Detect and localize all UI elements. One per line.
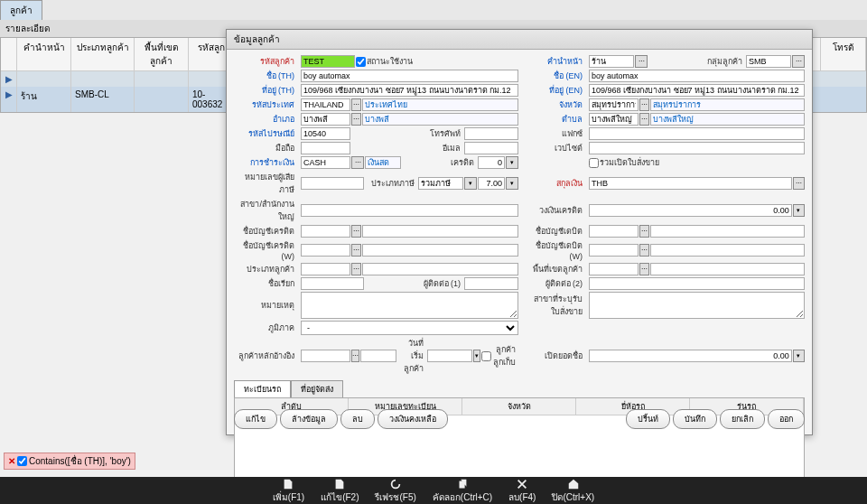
branch-input[interactable] [301,204,518,217]
col-prefix[interactable]: คำนำหน้า [17,38,71,70]
edit-button[interactable]: แก้ไข [234,409,277,429]
district-lookup[interactable]: ⋯ [351,113,361,126]
district-text [362,113,518,126]
status-bar: เพิ่ม(F1) แก้ไข(F2) รีเฟรช(F5) คัดลอก(Ct… [0,477,867,504]
modal-title: ข้อมูลลูกค้า [227,30,812,50]
group-input[interactable] [746,55,791,68]
prefix-lookup[interactable]: ⋯ [635,55,648,68]
subdist-input[interactable] [589,113,639,126]
status-checkbox[interactable] [356,57,366,67]
prefix-input[interactable] [589,55,634,68]
custtype-input[interactable] [301,263,350,275]
taxtype-lookup[interactable]: ▾ [464,177,477,190]
tab-shipping[interactable]: ที่อยู่จัดส่ง [291,380,343,397]
openbalance-input[interactable] [589,350,792,362]
country-lookup[interactable]: ⋯ [351,98,361,111]
tab-registration[interactable]: ทะเบียนรถ [234,380,291,397]
contact1-input[interactable] [464,277,518,290]
status-copy[interactable]: คัดลอก(Ctrl+C) [433,478,492,504]
province-text [650,98,805,111]
walkin-checkbox[interactable] [481,351,491,361]
status-new[interactable]: เพิ่ม(F1) [273,478,304,504]
acc-debit-input[interactable] [589,225,639,238]
credit-lookup[interactable]: ▾ [506,156,518,169]
currency-input[interactable] [589,177,792,190]
tab-customer[interactable]: ลูกค้า [0,0,42,20]
custarea-input[interactable] [589,263,639,275]
payment-input[interactable] [301,156,350,169]
credit-button[interactable]: วงเงินคงเหลือ [378,409,448,429]
fax-input[interactable] [589,127,805,140]
nickname-input[interactable] [301,277,364,290]
status-close[interactable]: ปิด(Ctrl+X) [552,478,594,504]
name-th-input[interactable] [301,70,518,82]
custref-input[interactable] [301,350,350,362]
openbill-checkbox[interactable] [589,158,599,168]
name-en-input[interactable] [589,70,805,82]
contact2-input[interactable] [589,277,805,290]
subdist-lookup[interactable]: ⋯ [639,113,649,126]
subdist-text [650,113,805,126]
province-input[interactable] [589,98,639,111]
tel-input[interactable] [464,127,518,140]
print-button[interactable]: ปริ้นท์ [626,409,670,429]
col-area[interactable]: พื้นที่เขตลูกค้า [135,38,189,70]
credit-input[interactable] [478,156,505,169]
exit-button[interactable]: ออก [768,409,805,429]
filter-checkbox[interactable] [17,456,27,466]
currency-lookup[interactable]: ⋯ [793,177,805,190]
status-refresh[interactable]: รีเฟรช(F5) [375,478,415,504]
acc-debitw-input[interactable] [589,244,639,257]
payment-text [365,156,401,169]
mobile-input[interactable] [301,142,350,154]
province-lookup[interactable]: ⋯ [639,98,649,111]
acc-creditw-input[interactable] [301,244,350,257]
save-button[interactable]: บันทึก [673,409,717,429]
invbranch-input[interactable] [589,292,805,319]
addr-en-input[interactable] [589,84,805,97]
website-input[interactable] [589,142,805,154]
filter-close-icon[interactable]: ✕ [8,456,15,466]
taxid-input[interactable] [301,177,364,190]
payment-lookup[interactable]: ⋯ [351,156,364,169]
cancel-button[interactable]: ยกเลิก [720,409,765,429]
clear-button[interactable]: ล้างข้อมูล [280,409,338,429]
status-edit[interactable]: แก้ไข(F2) [321,478,359,504]
region-select[interactable]: - [301,321,518,335]
taxrate-input[interactable] [478,177,505,190]
customer-modal: ข้อมูลลูกค้า รหัสลูกค้า สถานะใช้งาน คำนำ… [226,29,813,435]
taxtype-input[interactable] [418,177,463,190]
delete-button[interactable]: ลบ [340,409,375,429]
country-input[interactable] [301,98,350,111]
status-delete[interactable]: ลบ(F4) [508,478,536,504]
creditlimit-input[interactable] [589,204,792,217]
acc-credit-input[interactable] [301,225,350,238]
addr-th-input[interactable] [301,84,518,97]
filter-text: Contains([ชื่อ (TH)], 'boy') [29,454,131,468]
startdate-input[interactable] [427,350,472,362]
district-input[interactable] [301,113,350,126]
filter-bar[interactable]: ✕ Contains([ชื่อ (TH)], 'boy') [4,453,135,470]
group-lookup[interactable]: ⋯ [792,55,805,68]
country-text [362,98,518,111]
col-type[interactable]: ประเภทลูกค้า [71,38,135,70]
cust-code-input[interactable] [301,55,355,68]
zip-input[interactable] [301,127,350,140]
email-input[interactable] [464,142,518,154]
remark-input[interactable] [301,292,518,319]
col-contact[interactable]: โทรตั [821,38,866,70]
